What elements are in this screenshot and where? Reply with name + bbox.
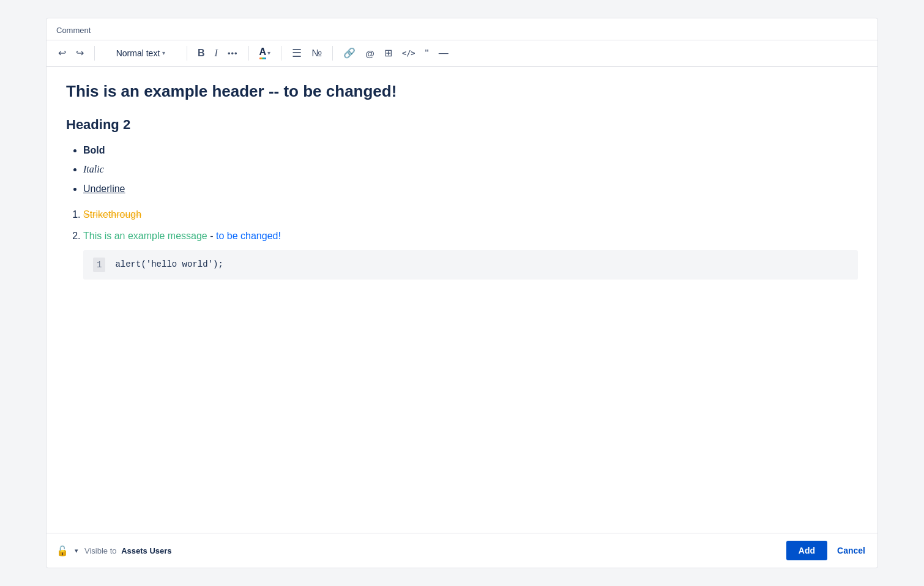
table-button[interactable]: ⊞	[380, 45, 397, 61]
bold-icon: B	[198, 48, 205, 58]
undo-icon: ↩	[58, 48, 66, 58]
toolbar-style-group: Normal text ▾	[101, 46, 181, 60]
editor-body[interactable]: This is an example header -- to be chang…	[47, 67, 877, 533]
mention-button[interactable]: @	[361, 46, 379, 61]
toolbar-color-group: A ▾	[255, 44, 275, 62]
undo-button[interactable]: ↩	[54, 45, 70, 61]
code-block: 1 alert('hello world');	[83, 250, 858, 280]
visibility-text: Visible to Assets Users	[84, 546, 172, 555]
code-icon: </>	[402, 50, 415, 57]
toolbar-list-group: ☰ №	[288, 45, 326, 62]
quote-button[interactable]: "	[421, 45, 433, 62]
link-button[interactable]: 🔗	[339, 45, 360, 61]
bullet-list-icon: ☰	[292, 48, 302, 59]
cancel-button[interactable]: Cancel	[835, 541, 868, 560]
color-chevron-icon: ▾	[267, 50, 270, 56]
toolbar-insert-group: 🔗 @ ⊞ </> " —	[339, 45, 452, 62]
bullet-list: Bold Italic Underline	[66, 143, 858, 197]
divider-icon: —	[439, 48, 449, 58]
visibility-section: 🔓 ▾ Visible to Assets Users	[56, 545, 172, 557]
separator-text: -	[210, 231, 216, 241]
toolbar: ↩ ↪ Normal text ▾ B I •••	[47, 40, 877, 67]
table-icon: ⊞	[384, 48, 392, 58]
code-button[interactable]: </>	[398, 46, 420, 60]
heading-2: Heading 2	[66, 117, 858, 133]
editor-title: Comment	[47, 18, 877, 40]
redo-icon: ↪	[76, 48, 84, 58]
ordered-list: Strikethrough This is an example message…	[66, 207, 858, 280]
toolbar-format-group: B I •••	[193, 45, 242, 61]
toolbar-divider-1	[94, 46, 95, 61]
link-icon: 🔗	[343, 48, 356, 58]
redo-button[interactable]: ↪	[72, 45, 88, 61]
bullet-list-button[interactable]: ☰	[288, 45, 306, 62]
toolbar-divider-3	[248, 46, 249, 61]
text-color-icon: A	[259, 47, 267, 59]
list-item: Bold	[83, 143, 858, 158]
list-item: Strikethrough	[83, 207, 858, 223]
more-format-button[interactable]: •••	[223, 46, 242, 61]
more-icon: •••	[228, 50, 238, 57]
strikethrough-text: Strikethrough	[83, 209, 141, 220]
editor-footer: 🔓 ▾ Visible to Assets Users Add Cancel	[47, 533, 877, 568]
editor-container: Comment ↩ ↪ Normal text ▾ B I	[46, 18, 878, 568]
numbered-list-button[interactable]: №	[307, 45, 326, 61]
toolbar-history-group: ↩ ↪	[54, 45, 88, 61]
list-item: 1 alert('hello world');	[81, 250, 858, 280]
chevron-down-icon: ▾	[162, 50, 165, 56]
lock-icon: 🔓	[56, 545, 69, 557]
quote-icon: "	[425, 48, 429, 59]
code-content: alert('hello world');	[115, 258, 223, 271]
mention-icon: @	[365, 49, 374, 58]
italic-icon: I	[215, 48, 218, 58]
toolbar-divider-5	[332, 46, 333, 61]
blue-text: to be changed!	[216, 231, 281, 241]
divider-button[interactable]: —	[434, 45, 453, 61]
visibility-chevron-button[interactable]: ▾	[72, 546, 81, 555]
list-item: Underline	[83, 181, 858, 197]
list-item: This is an example message - to be chang…	[83, 228, 858, 244]
heading-1: This is an example header -- to be chang…	[66, 81, 858, 102]
add-button[interactable]: Add	[786, 541, 827, 560]
toolbar-divider-2	[187, 46, 187, 61]
toolbar-divider-4	[281, 46, 281, 61]
bold-button[interactable]: B	[193, 45, 209, 61]
list-item: Italic	[83, 161, 858, 177]
text-style-label: Normal text	[116, 49, 160, 57]
footer-buttons: Add Cancel	[786, 541, 868, 560]
italic-button[interactable]: I	[211, 45, 222, 61]
green-text: This is an example message	[83, 231, 207, 241]
text-style-button[interactable]: Normal text ▾	[101, 46, 181, 60]
text-color-button[interactable]: A ▾	[255, 44, 275, 62]
numbered-list-icon: №	[311, 48, 322, 58]
code-line-number: 1	[93, 258, 105, 272]
